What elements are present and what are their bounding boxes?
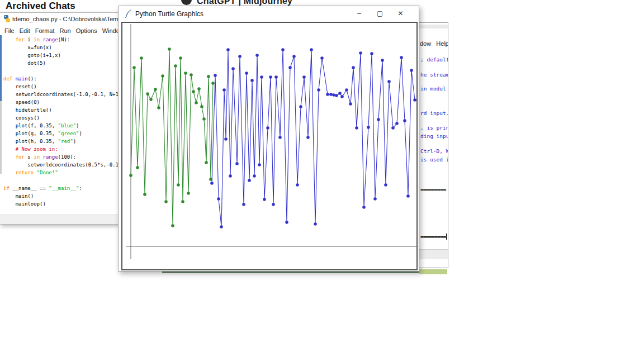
editor-titlebar[interactable]: tdemo_chaos.py - C:\Dobrovolska\Tema1\	[0, 13, 118, 25]
shell-output-line: is used if	[420, 156, 448, 163]
python-file-icon	[3, 15, 11, 22]
shell-output-line: ding input	[420, 133, 448, 139]
shell-menubar-fragment[interactable]: dow Help	[420, 40, 448, 47]
code-line: x=fun(x)	[3, 45, 52, 50]
code-line: setworldcoordinates(-1.0,-0.1, N+1,	[3, 92, 118, 97]
code-line: # Now zoom in:	[3, 146, 58, 152]
maximize-button[interactable]: ▢	[370, 6, 390, 21]
close-button[interactable]: ✕	[390, 6, 411, 21]
menu-item-run[interactable]: Run	[60, 26, 71, 35]
text-cursor	[446, 234, 447, 240]
code-line: plot(f, 0.35, "blue")	[3, 123, 79, 128]
code-line: coosys()	[3, 115, 40, 121]
code-line: return "Done!"	[3, 170, 58, 175]
code-line: goto(i+1,x)	[3, 53, 61, 58]
shell-output-line: , is printe	[420, 125, 448, 131]
shell-output-line: Ctrl-D, W	[420, 148, 448, 154]
editor-window: tdemo_chaos.py - C:\Dobrovolska\Tema1\ F…	[0, 12, 119, 225]
chaos-plot	[122, 23, 416, 269]
code-line: dot(5)	[3, 60, 46, 66]
menu-item-file[interactable]: File	[4, 26, 15, 35]
turtle-canvas[interactable]	[121, 22, 418, 270]
code-line: main()	[3, 193, 34, 199]
code-line: plot(h, 0.35, "red")	[3, 139, 76, 144]
code-line: setworldcoordinates(0.5*s,-0.1, N	[3, 162, 118, 168]
chatgpt-logo-icon	[181, 0, 192, 5]
code-line: for i in range(N):	[3, 37, 70, 42]
shell-output-line: in modul	[420, 85, 446, 92]
tk-feather-icon	[125, 9, 133, 18]
code-line: plot(g, 0.35, "green")	[3, 131, 82, 136]
window-controls: – ▢ ✕	[349, 6, 411, 21]
code-line: if __name__ == "__main__":	[3, 185, 82, 191]
menu-item-window[interactable]: Window	[102, 26, 118, 35]
shell-output-line: ; defaults	[420, 56, 448, 63]
editor-statusbar	[0, 215, 118, 224]
turtle-titlebar[interactable]: Python Turtle Graphics – ▢ ✕	[119, 6, 419, 21]
page-title: Archived Chats	[6, 1, 75, 12]
minimize-button[interactable]: –	[349, 6, 370, 21]
page-divider-light	[419, 269, 447, 274]
menu-item-format[interactable]: Format	[35, 26, 55, 35]
menu-item-options[interactable]: Options	[76, 26, 97, 35]
code-line: hideturtle()	[3, 107, 52, 113]
code-editor[interactable]: for i in range(N): x=fun(x) goto(i+1,x) …	[0, 35, 118, 215]
code-line: def main():	[3, 76, 37, 82]
editor-left-edge-highlight	[0, 35, 2, 101]
shell-output-line: he stream	[420, 72, 448, 78]
turtle-graphics-window: Python Turtle Graphics – ▢ ✕	[118, 6, 419, 272]
code-line: reset()	[3, 84, 37, 89]
code-line: for s in range(100):	[3, 154, 76, 160]
editor-window-title: tdemo_chaos.py - C:\Dobrovolska\Tema1\	[12, 16, 127, 22]
shell-separator: =========	[420, 234, 446, 240]
editor-left-edge-scrollbar[interactable]	[0, 101, 2, 174]
shell-output-line: rd input.	[420, 110, 448, 116]
menu-item-edit[interactable]: Edit	[20, 26, 30, 35]
page-divider	[162, 272, 419, 273]
shell-separator: =========	[420, 187, 446, 193]
code-line: speed(0)	[3, 99, 40, 105]
turtle-window-title: Python Turtle Graphics	[135, 10, 203, 18]
code-line: mainloop()	[3, 201, 46, 207]
editor-menubar[interactable]: FileEditFormatRunOptionsWindowHelp	[0, 25, 118, 35]
